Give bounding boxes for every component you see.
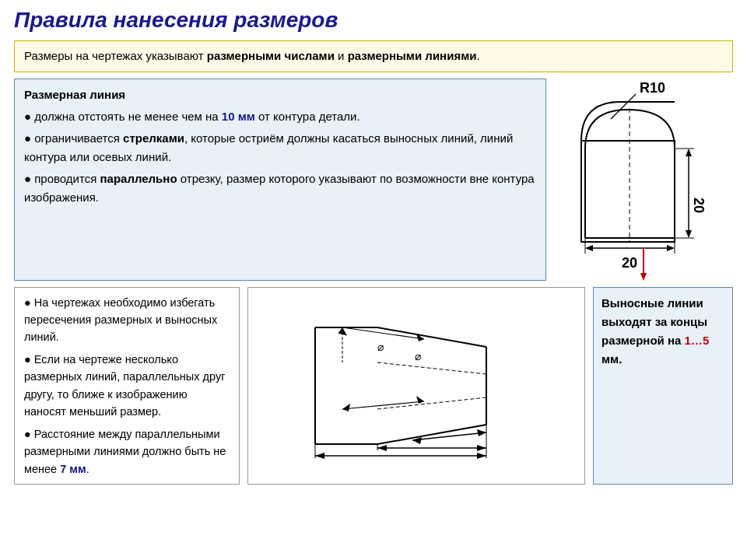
bottom-b1-text: На чертежах необходимо избегать пересече… <box>24 296 217 344</box>
blue-info-box: Размерная линия ● должна отстоять не мен… <box>14 79 546 281</box>
bottom-b1-icon: ● <box>24 296 34 309</box>
svg-text:20: 20 <box>622 255 637 271</box>
bottom-row: ● На чертежах необходимо избегать пересе… <box>14 287 733 485</box>
yellow-text-bold2: размерными линиями <box>348 49 477 62</box>
bullet-3-icon: ● <box>24 172 34 185</box>
bottom-bullet-1: ● На чертежах необходимо избегать пересе… <box>24 294 230 346</box>
bottom-b2-text: Если на чертеже несколько размерных лини… <box>24 353 225 418</box>
bullet-1: ● должна отстоять не менее чем на 10 мм … <box>24 107 536 126</box>
top-diagram-svg: R10 20 20 <box>558 79 729 281</box>
bullet-2-prefix: ограничивается <box>34 131 123 145</box>
bottom-right-end: мм. <box>601 352 622 366</box>
yellow-text-end: . <box>476 49 479 62</box>
bottom-right-highlight: 1…5 <box>685 334 710 347</box>
svg-rect-23 <box>300 304 533 467</box>
page-title: Правила нанесения размеров <box>14 8 733 33</box>
svg-text:20: 20 <box>691 198 707 213</box>
bottom-b2-icon: ● <box>24 353 34 366</box>
middle-row: Размерная линия ● должна отстоять не мен… <box>14 79 733 281</box>
yellow-text-normal: Размеры на чертежах указывают <box>24 49 207 62</box>
bullet-3-prefix: проводится <box>34 172 100 185</box>
blue-box-heading: Размерная линия <box>24 86 536 104</box>
bullet-3-bold: параллельно <box>100 172 177 185</box>
yellow-info-box: Размеры на чертежах указывают размерными… <box>14 40 733 72</box>
bullet-1-prefix: должна отстоять не менее чем на <box>34 110 222 123</box>
yellow-text-normal2: и <box>335 49 348 62</box>
bottom-b3-icon: ● <box>24 428 31 440</box>
page-container: Правила нанесения размеров Размеры на че… <box>0 0 747 492</box>
svg-text:⌀: ⌀ <box>377 341 384 353</box>
bottom-bullet-3: ● Расстояние между параллельными размерн… <box>24 425 230 478</box>
bottom-b3-text: Расстояние между параллельными размерным… <box>24 428 226 475</box>
bottom-diagram-svg: ⌀ ⌀ <box>300 304 533 467</box>
bullet-1-icon: ● <box>24 110 34 123</box>
bullet-2-bold: стрелками <box>123 131 184 145</box>
top-right-diagram: R10 20 20 <box>554 79 733 281</box>
svg-text:R10: R10 <box>640 80 665 96</box>
bullet-3: ● проводится параллельно отрезку, размер… <box>24 170 536 207</box>
bottom-right-text: Выносные линии выходят за концы размерно… <box>593 287 733 485</box>
bottom-left-text: ● На чертежах необходимо избегать пересе… <box>14 287 240 485</box>
yellow-text-bold1: размерными числами <box>207 49 335 62</box>
bullet-1-suffix: от контура детали. <box>255 110 360 123</box>
bottom-bullet-2: ● Если на чертеже несколько размерных ли… <box>24 351 230 421</box>
bottom-b3-end: . <box>86 463 89 475</box>
bullet-2-icon: ● <box>24 131 34 145</box>
bottom-center-diagram: ⌀ ⌀ <box>247 287 585 485</box>
bullet-1-highlight: 10 мм <box>222 110 255 123</box>
bullet-2: ● ограничивается стрелками, которые остр… <box>24 129 536 166</box>
bottom-b3-highlight: 7 мм <box>60 463 86 475</box>
svg-text:⌀: ⌀ <box>415 350 421 362</box>
